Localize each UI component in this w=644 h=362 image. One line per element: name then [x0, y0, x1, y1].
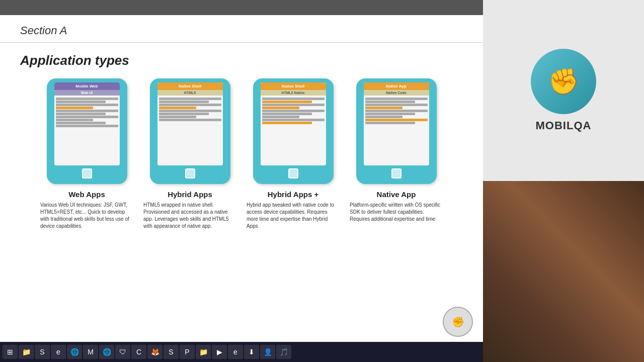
- webcam-feed: [483, 181, 644, 362]
- taskbar-app5[interactable]: S: [164, 345, 179, 359]
- web-apps-title: Web Apps: [68, 190, 105, 199]
- native-app-desc: Platform-specific written with OS specif…: [350, 202, 443, 223]
- native-app-screen: Native App Native Code: [364, 82, 429, 165]
- logo-text: MOBILQA: [536, 119, 592, 132]
- taskbar-app9[interactable]: 👤: [260, 345, 275, 359]
- native-app-card: Native App Native Code: [350, 78, 443, 230]
- web-apps-screen: Mobile Web Web UI: [54, 82, 120, 165]
- native-app-home-button: [391, 168, 401, 178]
- web-apps-content: [54, 96, 120, 165]
- native-app-phone: Native App Native Code: [356, 78, 437, 184]
- native-shell-label: Native Shell: [157, 82, 223, 90]
- watermark-icon: ✊: [452, 316, 464, 328]
- watermark-logo: ✊: [443, 307, 473, 337]
- section-header: Section A: [0, 15, 483, 43]
- main-panel: Section A Application types Mobile Web W…: [0, 0, 483, 362]
- web-apps-card: Mobile Web Web UI: [40, 78, 133, 230]
- page-title: Application types: [20, 53, 463, 68]
- web-apps-desc: Various Web UI techniques: JSF, GWT, HTM…: [40, 202, 133, 230]
- native-code-label: Native Code: [364, 90, 429, 96]
- hybrid-apps-card: Native Shell HTML5: [143, 78, 236, 230]
- hybrid-apps-plus-home-button: [288, 168, 298, 178]
- native-app-title: Native App: [377, 190, 416, 199]
- mobile-web-label: Mobile Web: [54, 82, 120, 90]
- native-app-content: [364, 96, 429, 165]
- taskbar-explorer[interactable]: 📁: [19, 345, 34, 359]
- right-panel: ✊ MOBILQA: [483, 0, 644, 362]
- hybrid-apps-plus-screen: Native Shell HTML5 Native: [261, 82, 326, 165]
- hybrid-apps-content: [157, 96, 223, 165]
- app-types-grid: Mobile Web Web UI: [20, 78, 463, 230]
- webcam-area: [483, 181, 644, 362]
- taskbar-ie[interactable]: e: [51, 345, 66, 359]
- html5-label: HTML5: [157, 90, 223, 96]
- taskbar-app2[interactable]: 🌐: [99, 345, 114, 359]
- taskbar-terminal[interactable]: ▶: [212, 345, 227, 359]
- taskbar-firefox[interactable]: 🦊: [147, 345, 163, 359]
- content-area: Application types Mobile Web Web UI: [0, 43, 483, 362]
- native-shell-plus-label: Native Shell: [261, 82, 326, 90]
- hybrid-apps-phone: Native Shell HTML5: [150, 78, 230, 184]
- taskbar-start[interactable]: ⊞: [3, 345, 18, 359]
- hybrid-apps-plus-title: Hybrid Apps +: [268, 190, 319, 199]
- logo-area: ✊ MOBILQA: [483, 0, 644, 181]
- web-ui-label: Web UI: [54, 90, 120, 96]
- logo-circle: ✊: [531, 49, 596, 114]
- hybrid-apps-plus-phone: Native Shell HTML5 Native: [253, 78, 334, 184]
- taskbar-app6[interactable]: 📁: [196, 345, 211, 359]
- taskbar-chrome[interactable]: 🌐: [67, 345, 82, 359]
- taskbar-app3[interactable]: 🛡: [115, 345, 130, 359]
- taskbar-app10[interactable]: 🎵: [276, 345, 291, 359]
- hybrid-apps-screen: Native Shell HTML5: [157, 82, 223, 165]
- taskbar-app1[interactable]: M: [83, 345, 98, 359]
- native-app-label: Native App: [364, 82, 429, 90]
- taskbar: ⊞ 📁 S e 🌐 M 🌐 🛡 C 🦊 S P 📁 ▶ e ⬇ 👤 🎵: [0, 342, 483, 362]
- web-apps-home-button: [82, 168, 92, 178]
- hybrid-apps-plus-content: [261, 96, 326, 165]
- logo-fist-icon: ✊: [548, 67, 579, 96]
- hybrid-apps-plus-desc: Hybrid app tweaked with native code to a…: [247, 202, 340, 230]
- taskbar-app7[interactable]: e: [228, 345, 243, 359]
- taskbar-powerpoint[interactable]: P: [180, 345, 195, 359]
- section-title: Section A: [20, 24, 463, 37]
- hybrid-apps-title: Hybrid Apps: [168, 190, 212, 199]
- html5-native-label: HTML5 Native: [261, 90, 326, 96]
- hybrid-apps-home-button: [185, 168, 195, 178]
- hybrid-apps-plus-card: Native Shell HTML5 Native: [247, 78, 340, 230]
- taskbar-app4[interactable]: C: [131, 345, 146, 359]
- taskbar-skype[interactable]: S: [35, 345, 50, 359]
- web-apps-phone: Mobile Web Web UI: [47, 78, 127, 184]
- taskbar-app8[interactable]: ⬇: [244, 345, 259, 359]
- hybrid-apps-desc: HTML5 wrapped in native shell. Provision…: [143, 202, 236, 230]
- top-bar: [0, 0, 483, 15]
